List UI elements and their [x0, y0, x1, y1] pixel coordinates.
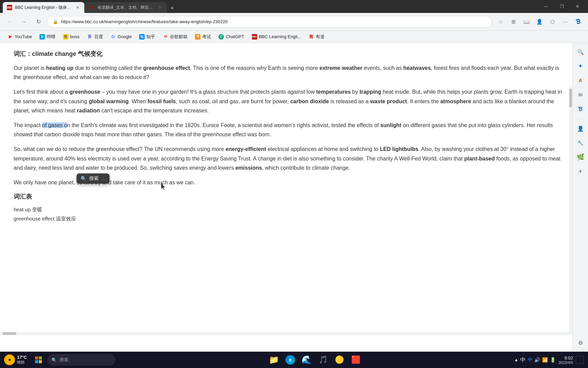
- collections-icon[interactable]: ⊞: [508, 16, 519, 28]
- address-input[interactable]: 🔒 https://www.bbc.co.uk/learningenglish/…: [47, 16, 492, 28]
- tab-favicon-bbc: BBC: [7, 5, 12, 10]
- bing-icon[interactable]: Ɓ: [572, 16, 584, 28]
- sidebar-search-icon[interactable]: 🔍: [574, 46, 587, 58]
- tray-lang-icon[interactable]: 中: [520, 356, 526, 364]
- sidebar-bottom: ⚙: [574, 337, 587, 349]
- vocab-item-1: heat up 变暖: [14, 205, 562, 214]
- sidebar-divider-1: [576, 119, 585, 119]
- start-button[interactable]: [31, 352, 46, 367]
- youtube-favicon: ▶: [7, 34, 13, 40]
- taskbar-center-apps: 📁 e 🌊 🎵 🟡 🟥: [117, 353, 513, 367]
- close-button[interactable]: ✕: [570, 1, 585, 12]
- sidebar-translate-icon[interactable]: A: [574, 74, 587, 87]
- taskbar-file-explorer[interactable]: 📁: [267, 353, 281, 367]
- taskbar-search-label: 搜索: [60, 357, 68, 363]
- taskbar-music[interactable]: 🎵: [316, 353, 330, 367]
- bookmark-boss[interactable]: B boss: [60, 32, 83, 42]
- taskbar-browser[interactable]: e: [283, 353, 297, 367]
- star-icon[interactable]: ☆: [495, 16, 506, 28]
- tray-wifi-icon[interactable]: 📶: [542, 357, 548, 363]
- sidebar-apps-icon[interactable]: 🔧: [574, 137, 587, 149]
- tab-youdao[interactable]: 有 有道翻译_文本、文档、网页、在... ✕: [85, 2, 167, 13]
- sidebar-person-icon[interactable]: 👤: [574, 122, 587, 135]
- bold-radiation: radiation: [77, 108, 100, 113]
- taskbar-app5[interactable]: 🟡: [332, 353, 346, 367]
- bookmark-bbc[interactable]: BBC BBC Learning Engli...: [248, 32, 305, 42]
- bold-trapping: trapping: [359, 89, 381, 95]
- bookmark-google-label: Google: [118, 34, 132, 39]
- tab-close-bbc[interactable]: ✕: [75, 5, 80, 10]
- tray-input-method[interactable]: 中: [528, 357, 532, 363]
- tray-battery-icon[interactable]: 🔋: [550, 357, 556, 363]
- vocab-heading: 词汇表: [14, 193, 562, 201]
- weather-desc: 晴朗: [17, 360, 27, 365]
- vertical-scrollbar[interactable]: [569, 86, 572, 335]
- bookmark-zhihu[interactable]: 知 知乎: [136, 32, 159, 42]
- maximize-button[interactable]: ❐: [554, 1, 570, 12]
- profile-icon[interactable]: 👤: [534, 16, 545, 28]
- lock-icon: 🔒: [53, 19, 58, 24]
- context-menu-popup: 🔍 搜索 ...: [77, 173, 110, 184]
- sidebar-mail-icon[interactable]: ✉: [574, 89, 587, 101]
- tab-bbc[interactable]: BBC BBC Learning English - 随身英语 ✕: [3, 2, 84, 13]
- bookmark-youdao[interactable]: 有 有道: [305, 32, 328, 42]
- forward-button[interactable]: →: [18, 16, 30, 28]
- show-desktop-button[interactable]: [576, 356, 584, 364]
- h-scrollbar-thumb[interactable]: [3, 332, 16, 335]
- taskbar-search[interactable]: 🔍 搜索: [47, 354, 115, 366]
- tab-close-youdao[interactable]: ✕: [157, 5, 163, 10]
- bookmark-youtube[interactable]: ▶ YouTube: [4, 32, 35, 42]
- taskbar-right: ▲ 中 中 🔊 📶 🔋 9:02 2023/4/5: [514, 355, 584, 365]
- bold-carbon-dioxide: carbon dioxide: [290, 98, 329, 104]
- bookmark-mail-label: 谷歌邮箱: [170, 34, 187, 40]
- tab-favicon-youdao: 有: [89, 5, 95, 10]
- page-content: 词汇：climate change 气候变化 Our planet is hea…: [0, 43, 572, 352]
- toolbar-icons: ☆ ⊞ 📖 👤 ⬡ ⋯ Ɓ: [495, 16, 584, 28]
- refresh-button[interactable]: ↻: [33, 16, 44, 28]
- mail-favicon: ✉: [163, 34, 168, 40]
- context-more-button[interactable]: ...: [101, 176, 105, 181]
- scrollbar-thumb[interactable]: [569, 89, 572, 107]
- content-area: 🔍 ✦ A ✉ Ɓ 👤 🔧 🌿 + ⚙ 词汇：climate change 气候…: [0, 43, 588, 352]
- tab-title-youdao: 有道翻译_文本、文档、网页、在...: [97, 5, 154, 11]
- bilibili-favicon: b: [39, 34, 45, 40]
- tray-volume-icon[interactable]: 🔊: [534, 357, 540, 363]
- tray-arrow-icon[interactable]: ▲: [514, 357, 518, 362]
- more-icon[interactable]: ⋯: [559, 16, 571, 28]
- sidebar-collections-icon[interactable]: ✦: [574, 60, 587, 72]
- article-paragraph-4: So, what can we do to reduce the greenho…: [14, 144, 562, 172]
- bookmark-youtube-label: YouTube: [15, 34, 32, 39]
- extensions-icon[interactable]: ⬡: [546, 16, 558, 28]
- bold-fossil-fuels: fossil fuels: [147, 98, 176, 104]
- reader-icon[interactable]: 📖: [521, 16, 532, 28]
- url-text: https://www.bbc.co.uk/learningenglish/ch…: [61, 19, 486, 24]
- bookmark-mail[interactable]: ✉ 谷歌邮箱: [159, 32, 191, 42]
- back-button[interactable]: ←: [4, 16, 16, 28]
- google-favicon: G: [111, 34, 116, 40]
- new-tab-button[interactable]: +: [167, 3, 177, 13]
- bookmark-chatgpt[interactable]: C ChatGPT: [215, 32, 247, 42]
- window-actions: — ❐ ✕: [538, 1, 585, 12]
- bookmark-zhihu-label: 知乎: [146, 34, 155, 40]
- bold-led: LED lightbulbs: [380, 146, 418, 152]
- clock[interactable]: 9:02 2023/4/5: [558, 355, 573, 365]
- context-search-label[interactable]: 搜索: [89, 175, 99, 182]
- context-search-icon: 🔍: [81, 176, 86, 181]
- sidebar-add-icon[interactable]: +: [574, 165, 587, 178]
- taskbar-browser2[interactable]: 🌊: [300, 353, 313, 367]
- bookmark-baidu[interactable]: 百 百度: [84, 32, 107, 42]
- sidebar-settings-icon[interactable]: ⚙: [574, 337, 587, 349]
- clock-time: 9:02: [565, 355, 573, 361]
- article-paragraph-3: The impact of gases on the Earth's clima…: [14, 121, 562, 139]
- bookmark-google[interactable]: G Google: [107, 32, 135, 42]
- zhihu-favicon: 知: [139, 34, 145, 40]
- bookmark-youdao-label: 有道: [316, 34, 325, 40]
- taskbar-app6[interactable]: 🟥: [349, 353, 362, 367]
- bookmark-bilibili[interactable]: b 哔哩: [36, 32, 59, 42]
- sidebar-bing-icon[interactable]: Ɓ: [574, 103, 587, 115]
- sidebar-green-icon[interactable]: 🌿: [574, 151, 587, 163]
- minimize-button[interactable]: —: [538, 1, 554, 12]
- horizontal-scrollbar[interactable]: [0, 332, 569, 335]
- bookmark-exam[interactable]: 考 考试: [192, 32, 214, 42]
- svg-rect-0: [35, 356, 38, 359]
